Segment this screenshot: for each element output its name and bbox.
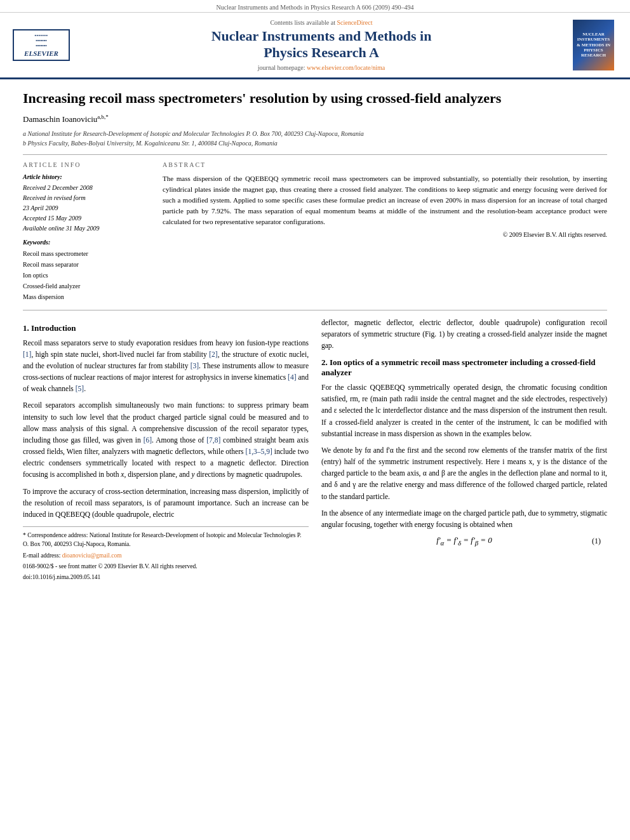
footnote-email: E-mail address: dioanoviciu@gmail.com <box>23 551 309 560</box>
equation-number: (1) <box>592 537 601 545</box>
ref-7-8: [7,8] <box>206 436 220 444</box>
abstract-column: ABSTRACT The mass dispersion of the QQEB… <box>163 161 607 302</box>
body-right-column: deflector, magnetic deflector, electric … <box>321 317 607 584</box>
email-link[interactable]: dioanoviciu@gmail.com <box>62 552 122 559</box>
section1-para1: Recoil mass separators serve to study ev… <box>23 337 309 395</box>
journal-homepage-link[interactable]: www.elsevier.com/locate/nima <box>307 64 385 71</box>
journal-header: ▪▪▪▪▪▪▪ ▪▪▪▪▪▪▪ ▪▪▪▪▪▪▪ ELSEVIER Content… <box>0 13 630 79</box>
section1-label: Introduction <box>31 323 76 333</box>
ref-1: [1] <box>23 350 31 358</box>
article-info-abstract: ARTICLE INFO Article history: Received 2… <box>23 161 607 302</box>
science-direct-link: Contents lists available at ScienceDirec… <box>70 19 573 26</box>
journal-homepage: journal homepage: www.elsevier.com/locat… <box>70 64 573 71</box>
keyword-4: Crossed-field analyzer <box>23 281 150 291</box>
article-title: Increasing recoil mass spectrometers' re… <box>23 90 607 108</box>
revised-label: Received in revised form <box>23 193 150 203</box>
section2-title: 2. Ion optics of a symmetric recoil mass… <box>321 357 607 378</box>
received-date: Received 2 December 2008 <box>23 183 150 193</box>
article-info-heading: ARTICLE INFO <box>23 161 150 168</box>
article-info-column: ARTICLE INFO Article history: Received 2… <box>23 161 150 302</box>
keyword-5: Mass dispersion <box>23 291 150 302</box>
affiliation-a: a National Institute for Research-Develo… <box>23 129 607 138</box>
author-sup: a,b,* <box>97 114 109 120</box>
elsevier-logo: ▪▪▪▪▪▪▪ ▪▪▪▪▪▪▪ ▪▪▪▪▪▪▪ ELSEVIER <box>13 29 70 61</box>
ref-4: [4] <box>288 373 296 381</box>
article-content: Increasing recoil mass spectrometers' re… <box>0 79 630 594</box>
keywords-list: Recoil mass spectrometer Recoil mass sep… <box>23 248 150 302</box>
ref-3: [3] <box>191 362 199 370</box>
section1-continuation: deflector, magnetic deflector, electric … <box>321 317 607 351</box>
journal-citation: Nuclear Instruments and Methods in Physi… <box>216 4 413 11</box>
journal-cover: NUCLEAR INSTRUMENTS & METHODS IN PHYSICS… <box>573 20 617 70</box>
revised-date: 23 April 2009 <box>23 203 150 213</box>
section2-number: 2. <box>321 357 328 367</box>
article-history-label: Article history: <box>23 173 150 180</box>
journal-title-center: Contents lists available at ScienceDirec… <box>70 19 573 71</box>
copyright-notice: © 2009 Elsevier B.V. All rights reserved… <box>163 231 607 238</box>
keyword-1: Recoil mass spectrometer <box>23 248 150 259</box>
section2-para1: For the classic QQEBEQQ symmetrically op… <box>321 382 607 439</box>
top-bar: Nuclear Instruments and Methods in Physi… <box>0 0 630 13</box>
body-left-column: 1. Introduction Recoil mass separators s… <box>23 317 309 584</box>
body-columns: 1. Introduction Recoil mass separators s… <box>23 317 607 584</box>
ref-6: [6] <box>144 436 152 444</box>
article-authors: Damaschin Ioanoviciua,b,* <box>23 114 607 124</box>
email-label: E-mail address: <box>23 552 60 559</box>
elsevier-logo-box: ▪▪▪▪▪▪▪ ▪▪▪▪▪▪▪ ▪▪▪▪▪▪▪ ELSEVIER <box>13 29 70 61</box>
footnote-issn: 0168-9002/$ - see front matter © 2009 El… <box>23 562 309 571</box>
section1-title: 1. Introduction <box>23 323 309 333</box>
ref-others: [1,3–5,9] <box>246 448 272 455</box>
footnote-section: * Correspondence address: National Insti… <box>23 526 309 582</box>
footnote-correspondence: * Correspondence address: National Insti… <box>23 531 309 549</box>
divider-1 <box>23 154 607 155</box>
journal-main-title: Nuclear Instruments and Methods in Physi… <box>70 28 573 62</box>
abstract-heading: ABSTRACT <box>163 161 607 168</box>
accepted-date: Accepted 15 May 2009 <box>23 213 150 223</box>
elsevier-brand: ELSEVIER <box>18 50 65 57</box>
keyword-2: Recoil mass separator <box>23 259 150 270</box>
science-direct-anchor[interactable]: ScienceDirect <box>337 19 372 26</box>
equation-content: f'α = f'δ = f'β = 0 <box>436 535 492 547</box>
keyword-3: Ion optics <box>23 270 150 281</box>
journal-cover-image: NUCLEAR INSTRUMENTS & METHODS IN PHYSICS… <box>573 20 614 70</box>
section2-label: Ion optics of a symmetric recoil mass sp… <box>321 357 596 377</box>
equation-1: f'α = f'δ = f'β = 0 (1) <box>321 535 607 547</box>
available-date: Available online 31 May 2009 <box>23 223 150 234</box>
section2-para3: In the absence of any intermediate image… <box>321 507 607 530</box>
section1-number: 1. <box>23 323 29 333</box>
article-dates: Received 2 December 2008 Received in rev… <box>23 183 150 234</box>
section1-para3: To improve the accuracy of cross-section… <box>23 486 309 520</box>
section2-para2: We denote by fα and f'α the first and th… <box>321 444 607 502</box>
footnote-doi: doi:10.1016/j.nima.2009.05.141 <box>23 573 309 582</box>
ref-2: [2] <box>209 350 217 358</box>
affiliation-b: b Physics Faculty, Babes-Bolyai Universi… <box>23 138 607 148</box>
keywords-label: Keywords: <box>23 239 150 246</box>
ref-5: [5] <box>76 385 84 392</box>
section1-para2: Recoil separators accomplish simultaneou… <box>23 399 309 480</box>
abstract-text: The mass dispersion of the QQEBEQQ symme… <box>163 173 607 227</box>
author-affiliations: a National Institute for Research-Develo… <box>23 129 607 148</box>
divider-2 <box>23 310 607 310</box>
page-container: Nuclear Instruments and Methods in Physi… <box>0 0 630 840</box>
